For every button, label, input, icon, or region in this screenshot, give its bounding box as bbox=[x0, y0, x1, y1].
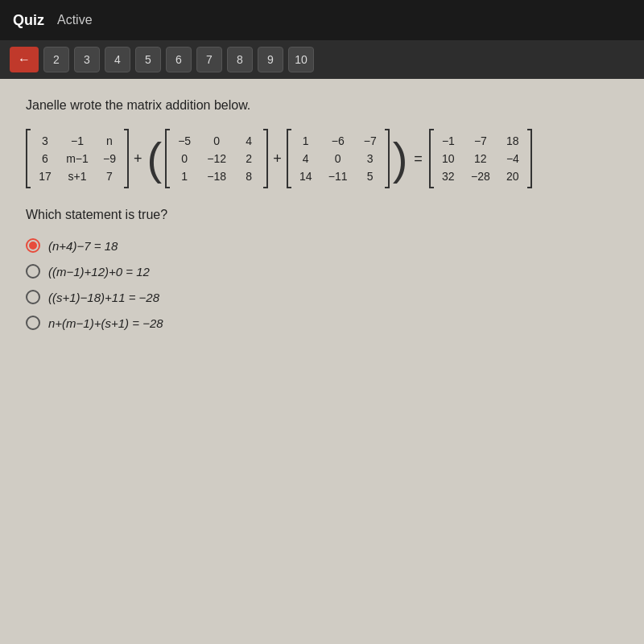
m2ar3c3: 8 bbox=[237, 167, 260, 185]
mr3c2: −28 bbox=[469, 167, 492, 185]
m2ar2c3: 2 bbox=[237, 150, 260, 167]
nav-num-10[interactable]: 10 bbox=[288, 47, 314, 72]
radio-inner-a bbox=[29, 242, 37, 250]
m2ar3c2: −18 bbox=[205, 167, 228, 185]
nav-num-8[interactable]: 8 bbox=[227, 47, 253, 72]
option-c[interactable]: ((s+1)−18)+11 = −28 bbox=[26, 290, 618, 304]
matrix-result: −1 −7 18 10 12 −4 32 −28 20 bbox=[429, 129, 532, 188]
m2br3c2: −11 bbox=[327, 167, 349, 185]
quiz-status: Active bbox=[57, 13, 93, 27]
m1r2c1: 6 bbox=[34, 150, 56, 167]
m2ar2c1: 0 bbox=[173, 150, 196, 167]
m2br2c2: 0 bbox=[327, 150, 349, 167]
m2br2c3: 3 bbox=[359, 150, 382, 167]
m2ar2c2: −12 bbox=[205, 150, 228, 167]
m2br1c3: −7 bbox=[359, 132, 382, 150]
back-button[interactable]: ← bbox=[10, 47, 39, 72]
option-b[interactable]: ((m−1)+12)+0 = 12 bbox=[26, 264, 618, 279]
mr2c3: −4 bbox=[502, 150, 524, 167]
matrix-1: 3 −1 n 6 m−1 −9 17 s+1 7 bbox=[26, 129, 129, 188]
m2br2c1: 4 bbox=[295, 150, 317, 167]
plus-sign-2: + bbox=[273, 151, 282, 167]
m1r2c2: m−1 bbox=[66, 150, 89, 167]
open-big-bracket: ( bbox=[147, 136, 163, 181]
which-statement-text: Which statement is true? bbox=[26, 208, 618, 222]
quiz-title: Quiz bbox=[13, 12, 44, 29]
nav-bar: ← 2 3 4 5 6 7 8 9 10 bbox=[0, 40, 644, 79]
question-intro: Janelle wrote the matrix addition below. bbox=[26, 98, 618, 113]
radio-a[interactable] bbox=[26, 238, 40, 253]
m1r1c2: −1 bbox=[66, 132, 89, 150]
option-d-label: n+(m−1)+(s+1) = −28 bbox=[48, 316, 163, 330]
m2br3c1: 14 bbox=[295, 167, 317, 185]
matrix-2a: −5 0 4 0 −12 2 1 −18 8 bbox=[165, 129, 268, 188]
plus-sign-1: + bbox=[134, 151, 142, 167]
option-c-label: ((s+1)−18)+11 = −28 bbox=[48, 291, 159, 304]
m2br1c2: −6 bbox=[327, 132, 349, 150]
nav-num-2[interactable]: 2 bbox=[43, 47, 69, 72]
nav-num-4[interactable]: 4 bbox=[105, 47, 130, 72]
option-b-label: ((m−1)+12)+0 = 12 bbox=[48, 265, 150, 279]
matrix-equation: 3 −1 n 6 m−1 −9 17 s+1 7 + ( −5 0 4 bbox=[26, 129, 618, 188]
m1r2c3: −9 bbox=[98, 150, 121, 167]
m2br3c3: 5 bbox=[359, 167, 382, 185]
m1r3c3: 7 bbox=[98, 167, 121, 185]
mr3c3: 20 bbox=[502, 167, 524, 185]
back-icon: ← bbox=[18, 52, 31, 67]
nav-num-6[interactable]: 6 bbox=[166, 47, 192, 72]
radio-c[interactable] bbox=[26, 290, 40, 304]
m2ar1c1: −5 bbox=[173, 132, 196, 150]
m2ar1c2: 0 bbox=[205, 132, 228, 150]
nav-num-7[interactable]: 7 bbox=[196, 47, 222, 72]
close-big-bracket: ) bbox=[393, 136, 408, 181]
radio-d[interactable] bbox=[26, 316, 40, 330]
main-content: Janelle wrote the matrix addition below.… bbox=[0, 79, 644, 644]
top-bar: Quiz Active bbox=[0, 0, 644, 40]
matrix-2b: 1 −6 −7 4 0 3 14 −11 5 bbox=[287, 129, 390, 188]
mr2c2: 12 bbox=[469, 150, 492, 167]
radio-b[interactable] bbox=[26, 264, 40, 279]
nav-num-3[interactable]: 3 bbox=[74, 47, 100, 72]
option-a-label: (n+4)−7 = 18 bbox=[48, 239, 118, 253]
m1r3c1: 17 bbox=[34, 167, 56, 185]
option-a[interactable]: (n+4)−7 = 18 bbox=[26, 238, 618, 253]
mr3c1: 32 bbox=[437, 167, 460, 185]
m2ar3c1: 1 bbox=[173, 167, 196, 185]
mr1c2: −7 bbox=[469, 132, 492, 150]
mr2c1: 10 bbox=[437, 150, 460, 167]
m2br1c1: 1 bbox=[295, 132, 317, 150]
m1r1c3: n bbox=[98, 132, 121, 150]
m1r3c2: s+1 bbox=[66, 167, 89, 185]
mr1c1: −1 bbox=[437, 132, 460, 150]
m1r1c1: 3 bbox=[34, 132, 56, 150]
equals-sign: = bbox=[414, 151, 423, 167]
nav-num-5[interactable]: 5 bbox=[135, 47, 161, 72]
m2ar1c3: 4 bbox=[237, 132, 260, 150]
mr1c3: 18 bbox=[502, 132, 524, 150]
options-section: (n+4)−7 = 18 ((m−1)+12)+0 = 12 ((s+1)−18… bbox=[26, 238, 618, 330]
nav-num-9[interactable]: 9 bbox=[258, 47, 283, 72]
option-d[interactable]: n+(m−1)+(s+1) = −28 bbox=[26, 316, 618, 330]
